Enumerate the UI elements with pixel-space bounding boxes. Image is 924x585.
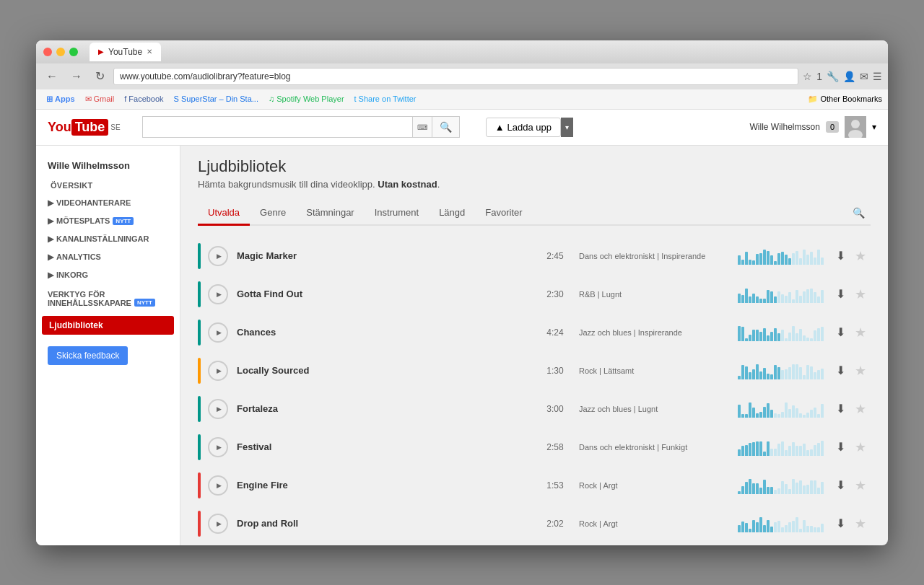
- tab-langd[interactable]: Längd: [429, 201, 475, 226]
- tab-close-button[interactable]: ✕: [147, 48, 152, 56]
- track-waveform[interactable]: [738, 515, 824, 532]
- upload-button[interactable]: ▲ Ladda upp: [486, 118, 561, 137]
- track-waveform[interactable]: [738, 477, 824, 494]
- svg-point-1: [851, 120, 860, 128]
- arrow-icon: ▶: [48, 234, 53, 244]
- play-button[interactable]: [208, 246, 228, 266]
- track-name: Drop and Roll: [237, 518, 537, 529]
- minimize-button[interactable]: [56, 48, 65, 56]
- track-tags: Dans och elektroniskt | Funkigt: [573, 443, 732, 452]
- back-button[interactable]: ←: [42, 69, 62, 84]
- play-button[interactable]: [208, 514, 228, 534]
- notification-badge[interactable]: 0: [826, 121, 839, 133]
- track-waveform[interactable]: [738, 439, 824, 456]
- download-button[interactable]: ⬇: [830, 399, 850, 419]
- sidebar-item-inkorg[interactable]: ▶ INKORG: [36, 266, 180, 284]
- search-input[interactable]: [142, 116, 412, 138]
- track-color-indicator: [198, 243, 201, 269]
- download-button[interactable]: ⬇: [830, 284, 850, 304]
- close-button[interactable]: [43, 48, 52, 56]
- play-button[interactable]: [208, 475, 228, 496]
- library-tabs: Utvalda Genre Stämningar Instrument Läng…: [198, 201, 871, 226]
- tab-favoriter[interactable]: Favoriter: [475, 201, 532, 226]
- favorite-button[interactable]: ★: [850, 246, 871, 266]
- play-button[interactable]: [208, 437, 228, 457]
- track-name: Fortaleza: [237, 403, 537, 414]
- extensions-icon[interactable]: 🔧: [827, 71, 839, 82]
- twitter-icon: t: [354, 94, 357, 103]
- user-dropdown-icon[interactable]: ▾: [872, 122, 876, 132]
- profile-icon[interactable]: 👤: [843, 71, 855, 82]
- favorite-button[interactable]: ★: [850, 361, 871, 381]
- sidebar-item-oversikt[interactable]: ÖVERSIKT: [36, 177, 180, 194]
- download-button[interactable]: ⬇: [830, 514, 850, 534]
- download-button[interactable]: ⬇: [830, 246, 850, 266]
- favorite-button[interactable]: ★: [850, 399, 871, 419]
- keyboard-button[interactable]: ⌨: [412, 116, 432, 138]
- download-button[interactable]: ⬇: [830, 437, 850, 457]
- favorite-button[interactable]: ★: [850, 284, 871, 304]
- mail-icon[interactable]: ✉: [860, 71, 868, 82]
- upload-dropdown-button[interactable]: ▾: [561, 118, 573, 137]
- play-button[interactable]: [208, 284, 228, 304]
- track-list: Magic Marker 2:45 Dans och elektroniskt …: [198, 237, 871, 545]
- track-color-indicator: [198, 358, 201, 384]
- bookmark-twitter[interactable]: t Share on Twitter: [350, 93, 421, 105]
- sidebar-item-kanalinst[interactable]: ▶ KANALINSTÄLLNINGAR: [36, 230, 180, 248]
- bookmark-spotify[interactable]: ♫ Spotify Web Player: [264, 93, 349, 105]
- arrow-icon: ▶: [48, 252, 53, 262]
- bookmark-apps[interactable]: ⊞ Apps: [42, 93, 79, 105]
- search-button[interactable]: 🔍: [432, 116, 460, 138]
- page-header: Ljudbibliotek Hämta bakgrundsmusik till …: [198, 157, 871, 190]
- track-name: Chances: [237, 327, 537, 338]
- sidebar-item-motesplats[interactable]: ▶ MÖTESPLATS NYTT: [36, 212, 180, 230]
- play-button[interactable]: [208, 361, 228, 381]
- track-row: Drop and Roll 2:02 Rock | Argt ⬇ ★: [198, 505, 871, 543]
- favorite-button[interactable]: ★: [850, 514, 871, 534]
- forward-button[interactable]: →: [66, 69, 87, 84]
- user-avatar[interactable]: [845, 116, 866, 138]
- other-bookmarks[interactable]: 📁 Other Bookmarks: [808, 94, 882, 104]
- track-waveform[interactable]: [738, 247, 824, 265]
- favorite-button[interactable]: ★: [850, 322, 871, 343]
- feedback-button[interactable]: Skicka feedback: [48, 346, 128, 365]
- bookmark-facebook[interactable]: f Facebook: [120, 93, 167, 105]
- bookmark-icon[interactable]: ☆: [803, 71, 812, 82]
- favorite-button[interactable]: ★: [850, 437, 871, 457]
- download-button[interactable]: ⬇: [830, 475, 850, 496]
- download-button[interactable]: ⬇: [830, 322, 850, 343]
- tab-utvalda[interactable]: Utvalda: [198, 201, 250, 226]
- browser-tab[interactable]: ▶ YouTube ✕: [90, 43, 161, 61]
- address-bar[interactable]: [113, 68, 798, 85]
- track-row: Locally Sourced 1:30 Rock | Lättsamt ⬇ ★: [198, 352, 871, 390]
- sidebar-item-analytics[interactable]: ▶ ANALYTICS: [36, 248, 180, 266]
- tab-stamningar[interactable]: Stämningar: [296, 201, 364, 226]
- logo-tube: Tube: [71, 119, 109, 136]
- menu-icon[interactable]: ☰: [873, 71, 882, 82]
- track-duration: 4:24: [537, 327, 573, 338]
- sidebar-item-ljudbibliotek[interactable]: Ljudbibliotek: [42, 316, 174, 335]
- download-button[interactable]: ⬇: [830, 361, 850, 381]
- play-button[interactable]: [208, 399, 228, 419]
- sidebar-item-videohanterare[interactable]: ▶ VIDEOHANTERARE: [36, 194, 180, 212]
- bookmark-superstar[interactable]: S SuperStar – Din Sta...: [170, 93, 263, 105]
- gmail-label: Gmail: [94, 94, 115, 103]
- track-color-indicator: [198, 472, 201, 498]
- track-waveform[interactable]: [738, 400, 824, 418]
- track-waveform[interactable]: [738, 362, 824, 379]
- gmail-icon: ✉: [85, 94, 92, 104]
- play-button[interactable]: [208, 322, 228, 343]
- search-tab-icon[interactable]: 🔍: [847, 204, 871, 221]
- track-waveform[interactable]: [738, 286, 824, 303]
- track-row: Engine Fire 1:53 Rock | Argt ⬇ ★: [198, 467, 871, 505]
- tab-instrument[interactable]: Instrument: [365, 201, 429, 226]
- track-waveform[interactable]: [738, 324, 824, 341]
- sidebar-tools-label: VERKTYG FÖR INNEHÅLLSSKAPARE NYTT: [36, 284, 180, 313]
- favorite-button[interactable]: ★: [850, 475, 871, 496]
- feedback-area: Skicka feedback: [36, 340, 180, 371]
- maximize-button[interactable]: [69, 48, 78, 56]
- bookmark-gmail[interactable]: ✉ Gmail: [81, 93, 119, 105]
- refresh-button[interactable]: ↻: [91, 68, 109, 84]
- tab-genre[interactable]: Genre: [250, 201, 296, 226]
- arrow-icon: ▶: [48, 216, 53, 226]
